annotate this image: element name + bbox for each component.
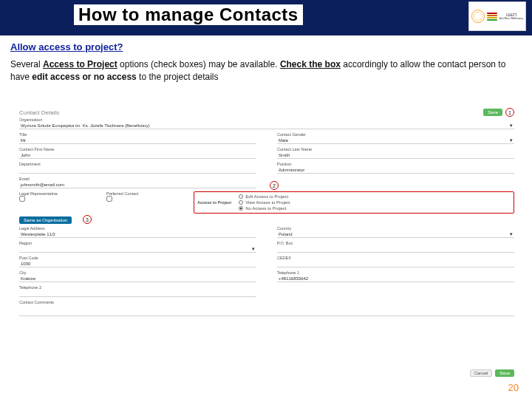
legal-rep-checkbox[interactable]	[19, 196, 25, 202]
callout-2: 2	[270, 181, 279, 190]
label-access: Access to Project	[197, 200, 231, 205]
logo-text: ΙΔΕΠ Διά Βίου Μάθησης	[499, 13, 524, 20]
intro-block: Allow access to project? Several Access …	[0, 35, 532, 86]
colored-stripes-icon	[487, 13, 497, 21]
section-explanation: Several Access to Project options (check…	[10, 58, 522, 83]
title-input[interactable]: Mr	[19, 137, 256, 144]
region-select[interactable]	[19, 245, 256, 253]
page-number: 20	[508, 382, 519, 393]
callout-1: 1	[505, 108, 514, 117]
contact-details-form: Contact Details Save 1 Organisation Wyzs…	[19, 109, 514, 377]
city-input[interactable]: Kraków	[19, 275, 256, 282]
label-preferred-contact: Preferred Contact	[106, 191, 173, 196]
access-panel: Access to Project Edit Access to Project…	[194, 191, 514, 214]
section-heading: Contact Details	[19, 109, 514, 116]
section-question: Allow access to project?	[10, 41, 522, 52]
first-name-input[interactable]: John	[19, 151, 256, 159]
position-input[interactable]: Administrator	[277, 166, 514, 174]
pobox-input[interactable]	[277, 245, 514, 253]
callout-3: 3	[83, 215, 92, 224]
access-option-view[interactable]: View Access to Project	[239, 200, 290, 205]
postcode-input[interactable]: 1000	[19, 260, 256, 267]
access-option-none[interactable]: No Access to Project	[239, 206, 290, 211]
last-name-input[interactable]: Smith	[277, 151, 514, 159]
department-input[interactable]	[19, 166, 256, 174]
save-button-bottom[interactable]: Save	[495, 369, 514, 377]
cedex-input[interactable]	[277, 260, 514, 267]
eu-stars-icon	[471, 10, 485, 23]
email-input[interactable]: johnsmith@email.com	[19, 181, 256, 188]
logo: ΙΔΕΠ Διά Βίου Μάθησης	[468, 1, 526, 31]
header-bar: How to manage Contacts ΙΔΕΠ Διά Βίου Μάθ…	[0, 0, 532, 35]
cancel-button[interactable]: Cancel	[470, 369, 493, 377]
comments-textarea[interactable]	[19, 304, 514, 316]
legal-address-input[interactable]: Westerplatte 11/2	[19, 231, 256, 238]
preferred-contact-checkbox[interactable]	[106, 196, 112, 202]
same-as-org-button[interactable]: Same as Organisation	[19, 216, 72, 224]
country-select[interactable]: Poland	[277, 231, 514, 238]
label-legal-rep: Legal Representative	[19, 191, 86, 196]
page-title: How to manage Contacts	[74, 4, 303, 25]
tel2-input[interactable]	[19, 290, 256, 297]
tel1-input[interactable]: +48116833642	[277, 275, 514, 282]
save-button[interactable]: Save	[483, 109, 502, 116]
organisation-select[interactable]: Wyzsza Szkola Europejska im. Ks. Józefa …	[19, 122, 514, 129]
gender-select[interactable]: Male	[277, 137, 514, 144]
access-option-edit[interactable]: Edit Access to Project	[239, 194, 290, 199]
